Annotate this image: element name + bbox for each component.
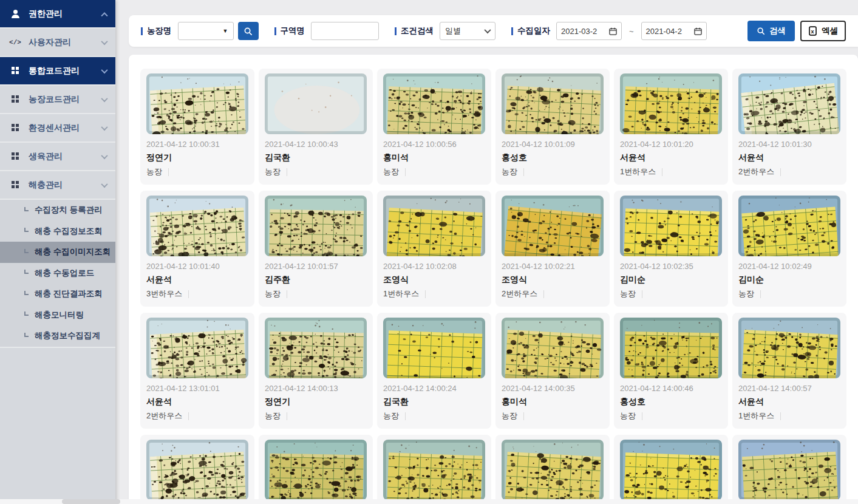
sidebar-subitem[interactable]: 해충정보수집집계 xyxy=(0,325,115,347)
farmer-name: 홍미석 xyxy=(383,152,485,163)
location-label: 농장 xyxy=(502,166,517,177)
trap-photo xyxy=(146,73,248,134)
farm-search-icon-button[interactable] xyxy=(238,22,259,40)
date-label: 수집일자 xyxy=(511,26,550,36)
excel-button[interactable]: x 엑셀 xyxy=(800,21,846,41)
dropdown-arrow-icon: ▼ xyxy=(223,28,228,34)
sidebar-item[interactable]: 통합코드관리 xyxy=(0,57,115,84)
trap-photo xyxy=(738,318,840,378)
pest-image-card[interactable]: 2021-04-12 14:00:13 정연기 농장 xyxy=(259,313,373,429)
code-icon xyxy=(10,39,21,46)
pest-image-card[interactable]: 2021-04-12 14:02:26 김미순 xyxy=(732,435,846,504)
sidebar-subitem[interactable]: 해충모니터링 xyxy=(0,305,115,326)
results-panel: 2021-04-12 10:00:31 정연기 농장 2021-04-12 10… xyxy=(129,55,858,504)
calendar-icon xyxy=(609,27,617,35)
farmer-name: 홍성호 xyxy=(620,397,722,407)
location-label: 1번하우스 xyxy=(383,288,419,299)
grid-icon xyxy=(10,180,21,190)
trap-photo xyxy=(502,318,604,378)
pest-image-card[interactable]: 2021-04-12 10:00:43 김국환 농장 xyxy=(259,69,373,185)
chevron-icon xyxy=(101,66,107,73)
pest-image-card[interactable]: 2021-04-12 10:01:09 홍성호 농장 xyxy=(495,69,610,185)
divider xyxy=(642,412,642,420)
label-accent-bar xyxy=(141,27,143,35)
date-to-input[interactable]: 2021-04-2 xyxy=(641,22,707,40)
chevron-icon xyxy=(101,12,107,19)
pest-image-card[interactable]: 2021-04-12 13:01:01 서윤석 2번하우스 xyxy=(140,313,254,429)
pest-image-card[interactable]: 2021-04-12 10:02:49 김미순 농장 xyxy=(732,191,846,307)
pest-image-card[interactable]: 2021-04-12 10:00:56 홍미석 농장 xyxy=(377,69,491,185)
pest-image-card[interactable]: 2021-04-12 14:00:24 김국환 농장 xyxy=(377,313,491,429)
sidebar-item-label: 권한관리 xyxy=(29,9,63,19)
pest-image-card[interactable]: 2021-04-12 10:01:57 김주환 농장 xyxy=(259,191,373,307)
sidebar-subitem[interactable]: 수집장치 등록관리 xyxy=(0,200,115,221)
location-label: 2번하우스 xyxy=(502,288,537,299)
sidebar-item[interactable]: 해충관리 xyxy=(0,171,115,199)
location-label: 농장 xyxy=(738,288,754,299)
farmer-name: 서윤석 xyxy=(738,152,840,163)
sidebar-subitem[interactable]: 해충 수동업로드 xyxy=(0,263,115,284)
pest-image-card[interactable]: 2021-04-12 10:01:20 서윤석 1번하우스 xyxy=(614,69,728,185)
zone-input[interactable] xyxy=(311,22,379,40)
location-label: 농장 xyxy=(620,410,636,421)
pest-image-card[interactable]: 2021-04-12 14:01:44 조영식 xyxy=(377,435,491,504)
condition-select-value: 일별 xyxy=(445,26,461,36)
sidebar-subitem[interactable]: 해충 진단결과조회 xyxy=(0,284,115,305)
pest-image-card[interactable]: 2021-04-12 10:02:35 김미순 농장 xyxy=(614,191,728,307)
date-range-separator: ~ xyxy=(629,27,634,36)
divider xyxy=(168,168,169,176)
farm-select[interactable]: ▼ xyxy=(178,22,234,40)
capture-timestamp: 2021-04-12 10:00:43 xyxy=(265,140,367,149)
sidebar-subitem-label: 해충 수집정보조회 xyxy=(35,226,103,237)
pest-image-card[interactable]: 2021-04-12 14:02:12 김미순 xyxy=(614,435,728,504)
horizontal-scrollbar-thumb[interactable] xyxy=(62,499,120,504)
trap-photo xyxy=(502,196,604,256)
capture-timestamp: 2021-04-12 10:00:56 xyxy=(383,140,485,149)
sidebar-subitem-label: 해충 수동업로드 xyxy=(35,268,94,279)
l-branch-icon xyxy=(24,333,29,337)
pest-image-card[interactable]: 2021-04-12 14:00:57 서윤석 1번하우스 xyxy=(732,313,846,429)
pest-image-card[interactable]: 2021-04-12 14:01:19 서윤석 xyxy=(140,435,254,504)
location-label: 2번하우스 xyxy=(738,166,774,177)
sidebar-subitem[interactable]: 해충 수집이미지조회 xyxy=(0,242,115,263)
condition-filter-group: 조건검색 일별 xyxy=(395,22,495,40)
pest-image-card[interactable]: 2021-04-12 14:01:58 조영식 xyxy=(495,435,610,504)
l-branch-icon xyxy=(24,291,29,295)
condition-select[interactable]: 일별 xyxy=(440,22,495,40)
trap-photo xyxy=(383,73,485,134)
pest-image-card[interactable]: 2021-04-12 14:00:35 홍미석 농장 xyxy=(495,313,610,429)
pest-image-card[interactable]: 2021-04-12 10:00:31 정연기 농장 xyxy=(140,69,254,185)
divider xyxy=(760,290,761,298)
divider xyxy=(425,290,426,298)
trap-photo xyxy=(146,440,248,500)
farmer-name: 김주환 xyxy=(265,274,367,285)
sidebar-item[interactable]: 농장코드관리 xyxy=(0,86,115,113)
capture-timestamp: 2021-04-12 10:02:35 xyxy=(620,262,722,271)
pest-image-card[interactable]: 2021-04-12 14:01:34 김주환 xyxy=(259,435,373,504)
farmer-name: 정연기 xyxy=(146,152,248,163)
sidebar-item[interactable]: 사용자관리 xyxy=(0,29,115,56)
chevron-icon xyxy=(101,123,107,130)
search-button[interactable]: 검색 xyxy=(747,21,795,41)
capture-timestamp: 2021-04-12 14:00:46 xyxy=(620,384,722,393)
farmer-name: 조영식 xyxy=(502,274,604,285)
l-branch-icon xyxy=(24,312,29,316)
sidebar-item[interactable]: 환경센서관리 xyxy=(0,114,115,141)
trap-photo xyxy=(265,73,367,134)
sidebar-subitem-label: 해충모니터링 xyxy=(35,310,84,321)
sidebar-subitem[interactable]: 해충 수집정보조회 xyxy=(0,221,115,242)
capture-timestamp: 2021-04-12 14:00:24 xyxy=(383,384,485,393)
sidebar-item[interactable]: 생육관리 xyxy=(0,143,115,170)
date-from-input[interactable]: 2021-03-2 xyxy=(556,22,622,40)
pest-image-card[interactable]: 2021-04-12 14:00:46 홍성호 농장 xyxy=(614,313,728,429)
sidebar-item[interactable]: 권한관리 xyxy=(0,0,115,27)
pest-image-card[interactable]: 2021-04-12 10:01:30 서윤석 2번하우스 xyxy=(732,69,846,185)
magnifier-icon xyxy=(757,27,765,35)
trap-photo xyxy=(620,73,722,134)
capture-timestamp: 2021-04-12 10:01:40 xyxy=(146,262,248,271)
pest-image-card[interactable]: 2021-04-12 10:02:08 조영식 1번하우스 xyxy=(377,191,491,307)
trap-photo xyxy=(738,440,840,500)
horizontal-scrollbar[interactable] xyxy=(0,499,858,504)
pest-image-card[interactable]: 2021-04-12 10:01:40 서윤석 3번하우스 xyxy=(140,191,254,307)
pest-image-card[interactable]: 2021-04-12 10:02:21 조영식 2번하우스 xyxy=(495,191,610,307)
